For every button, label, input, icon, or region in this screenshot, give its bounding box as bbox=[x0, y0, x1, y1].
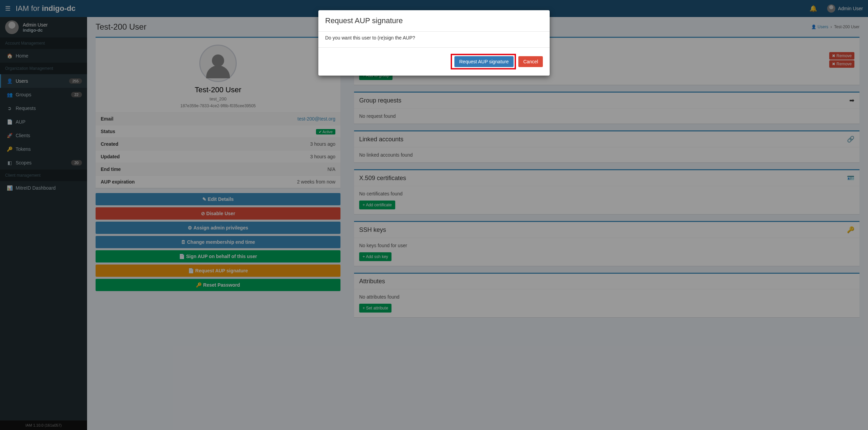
modal-confirm-button[interactable]: Request AUP signature bbox=[454, 56, 513, 67]
modal-title: Request AUP signature bbox=[325, 16, 543, 25]
modal-body-text: Do you want this user to (re)sign the AU… bbox=[318, 31, 550, 48]
modal-request-aup: Request AUP signature Do you want this u… bbox=[318, 10, 550, 76]
highlighted-action: Request AUP signature bbox=[451, 54, 516, 69]
modal-cancel-button[interactable]: Cancel bbox=[518, 56, 543, 67]
